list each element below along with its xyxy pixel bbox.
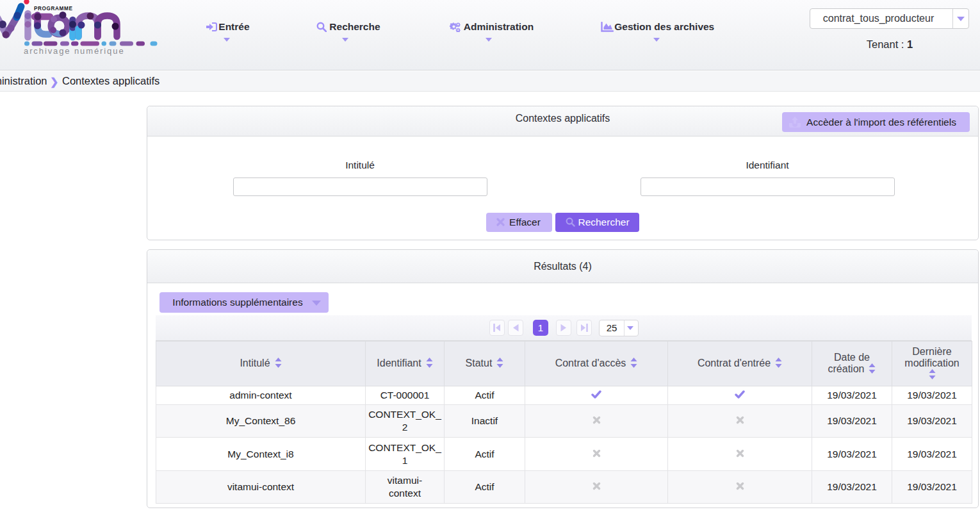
svg-text:archivage numérique: archivage numérique [24,46,125,56]
svg-text:PROGRAMME: PROGRAMME [34,6,72,12]
